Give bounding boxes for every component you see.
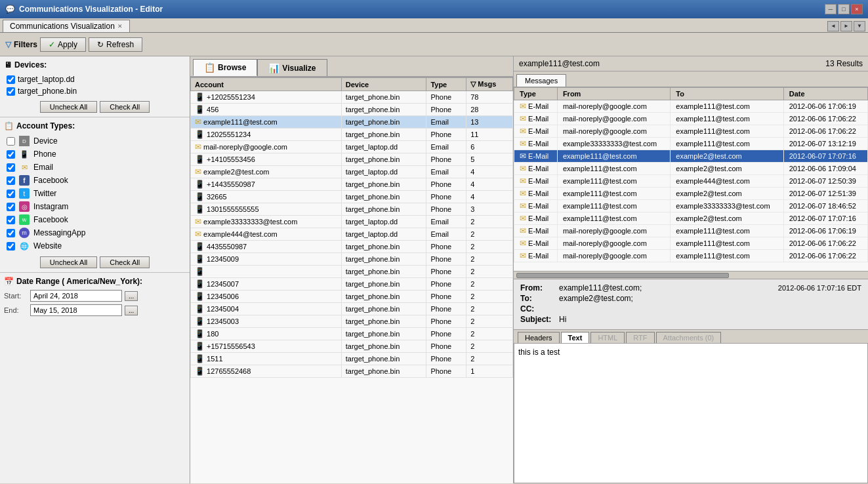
headers-tab[interactable]: Headers [518, 332, 560, 343]
message-row[interactable]: ✉ E-Mail mail-noreply@google.com example… [514, 113, 868, 125]
msg-col-from[interactable]: From [557, 88, 670, 100]
message-row[interactable]: ✉ E-Mail mail-noreply@google.com example… [514, 125, 868, 138]
table-row[interactable]: ✉ example33333333@test.com target_laptop… [191, 216, 513, 228]
html-tab[interactable]: HTML [590, 332, 625, 343]
device-cell: target_phone.bin [341, 241, 426, 253]
type-checkbox-website[interactable] [7, 242, 15, 251]
message-row[interactable]: ✉ E-Mail example111@test.com example2@te… [514, 163, 868, 175]
message-row[interactable]: ✉ E-Mail example33333333@test.com exampl… [514, 138, 868, 150]
table-row[interactable]: 📱 4435550987 target_phone.bin Phone 2 [191, 241, 513, 253]
types-uncheck-all-button[interactable]: Uncheck All [40, 256, 97, 268]
phone-row-icon: 📱 [195, 304, 205, 313]
table-row[interactable]: 📱 12345003 target_phone.bin Phone 2 [191, 315, 513, 328]
col-account[interactable]: Account [191, 78, 342, 91]
attachments-tab[interactable]: Attachments (0) [656, 332, 722, 343]
start-date-browse-button[interactable]: ... [125, 291, 138, 301]
types-check-all-button[interactable]: Check All [100, 256, 150, 268]
to-label: To: [520, 294, 556, 303]
msg-to-cell: example111@test.com [671, 237, 783, 250]
window-controls: ─ □ × [825, 4, 863, 14]
message-row[interactable]: ✉ E-Mail mail-noreply@google.com example… [514, 100, 868, 113]
type-checkbox-whatsapp[interactable] [7, 216, 15, 224]
message-row[interactable]: ✉ E-Mail mail-noreply@google.com example… [514, 237, 868, 250]
tab-close-icon[interactable]: ✕ [117, 23, 123, 30]
minimize-button[interactable]: ─ [825, 4, 837, 14]
msg-type-cell: ✉ E-Mail [514, 212, 558, 225]
email-row-icon: ✉ [195, 142, 201, 151]
table-row[interactable]: ✉ example111@test.com target_phone.bin E… [191, 116, 513, 129]
table-row[interactable]: 📱 +15715556543 target_phone.bin Phone 2 [191, 340, 513, 353]
text-tab[interactable]: Text [561, 332, 590, 343]
col-type[interactable]: Type [426, 78, 466, 91]
msg-date-cell: 2012-06-06 17:06:19 [783, 100, 867, 113]
msgs-cell: 2 [466, 253, 513, 266]
table-row[interactable]: 📱 12345007 target_phone.bin Phone 2 [191, 278, 513, 291]
type-checkbox-device[interactable] [7, 137, 15, 146]
table-row[interactable]: 📱 +14435550987 target_phone.bin Phone 4 [191, 178, 513, 191]
device-cell: target_laptop.dd [341, 216, 426, 228]
table-row[interactable]: 📱 12765552468 target_phone.bin Phone 1 [191, 365, 513, 378]
messages-table-container[interactable]: Type From To Date ✉ E-Mail mail-noreply@… [514, 87, 868, 271]
msg-col-to[interactable]: To [671, 88, 783, 100]
device-checkbox-laptop[interactable] [7, 75, 15, 84]
close-button[interactable]: × [851, 4, 863, 14]
table-row[interactable]: 📱 12345009 target_phone.bin Phone 2 [191, 253, 513, 266]
message-row[interactable]: ✉ E-Mail mail-noreply@google.com example… [514, 225, 868, 237]
col-msgs[interactable]: ▽ Msgs [466, 78, 513, 91]
main-tab[interactable]: Communications Visualization ✕ [3, 20, 130, 32]
table-row[interactable]: 📱 12345004 target_phone.bin Phone 2 [191, 303, 513, 315]
table-row[interactable]: 📱 +12025551234 target_phone.bin Phone 78 [191, 91, 513, 104]
message-detail: From: example111@test.com; 2012-06-06 17… [514, 279, 868, 329]
msg-col-date[interactable]: Date [783, 88, 867, 100]
message-row[interactable]: ✉ E-Mail example111@test.com example444@… [514, 175, 868, 188]
table-row[interactable]: ✉ mail-noreply@google.com target_laptop.… [191, 141, 513, 153]
device-checkbox-phone[interactable] [7, 87, 15, 96]
maximize-button[interactable]: □ [838, 4, 850, 14]
col-device[interactable]: Device [341, 78, 426, 91]
nav-left-button[interactable]: ◄ [827, 21, 839, 31]
msg-col-type[interactable]: Type [514, 88, 558, 100]
type-checkbox-messaging[interactable] [7, 229, 15, 237]
table-row[interactable]: ✉ example444@test.com target_laptop.dd E… [191, 228, 513, 241]
device-cell: target_phone.bin [341, 315, 426, 328]
message-row[interactable]: ✉ E-Mail example111@test.com example2@te… [514, 150, 868, 163]
horizontal-scrollbar[interactable] [514, 271, 868, 279]
end-date-browse-button[interactable]: ... [125, 306, 138, 315]
message-row[interactable]: ✉ E-Mail example111@test.com example3333… [514, 200, 868, 212]
devices-check-all-button[interactable]: Check All [100, 101, 150, 113]
table-row[interactable]: 📱 456 target_phone.bin Phone 28 [191, 104, 513, 116]
start-date-input[interactable] [30, 290, 122, 302]
table-row[interactable]: 📱 12345006 target_phone.bin Phone 2 [191, 291, 513, 303]
table-row[interactable]: 📱 1301555555555 target_phone.bin Phone 3 [191, 203, 513, 216]
app-icon: 💬 [5, 5, 15, 14]
table-row[interactable]: 📱 32665 target_phone.bin Phone 4 [191, 191, 513, 203]
apply-button[interactable]: ✓ Apply [40, 37, 86, 52]
refresh-button[interactable]: ↻ Refresh [89, 37, 142, 52]
table-row[interactable]: 📱 12025551234 target_phone.bin Phone 11 [191, 129, 513, 141]
devices-uncheck-all-button[interactable]: Uncheck All [40, 101, 97, 113]
account-cell: 📱 1511 [191, 353, 342, 365]
message-row[interactable]: ✉ E-Mail example111@test.com example2@te… [514, 212, 868, 225]
browse-tab[interactable]: 📋 Browse [193, 59, 257, 76]
table-row[interactable]: 📱 180 target_phone.bin Phone 2 [191, 328, 513, 340]
table-row[interactable]: 📱 +14105553456 target_phone.bin Phone 5 [191, 153, 513, 166]
table-row[interactable]: ✉ example2@test.com target_laptop.dd Ema… [191, 166, 513, 178]
table-row[interactable]: 📱 1511 target_phone.bin Phone 2 [191, 353, 513, 365]
messages-tab[interactable]: Messages [516, 74, 566, 87]
rtf-tab[interactable]: RTF [626, 332, 654, 343]
msg-type-cell: ✉ E-Mail [514, 200, 558, 212]
type-cell: Phone [426, 253, 466, 266]
end-date-input[interactable] [30, 304, 122, 316]
type-checkbox-phone[interactable] [7, 150, 15, 159]
account-table-container[interactable]: Account Device Type ▽ Msgs 📱 +1202555123… [190, 77, 513, 483]
type-checkbox-facebook[interactable] [7, 176, 15, 185]
type-checkbox-twitter[interactable] [7, 190, 15, 198]
nav-down-button[interactable]: ▼ [854, 21, 865, 31]
message-row[interactable]: ✉ E-Mail mail-noreply@google.com example… [514, 250, 868, 262]
table-row[interactable]: 📱 target_phone.bin Phone 2 [191, 266, 513, 278]
type-checkbox-email[interactable] [7, 163, 15, 172]
nav-right-button[interactable]: ► [840, 21, 852, 31]
message-row[interactable]: ✉ E-Mail example111@test.com example2@te… [514, 188, 868, 200]
visualize-tab[interactable]: 📊 Visualize [257, 59, 327, 76]
type-checkbox-instagram[interactable] [7, 203, 15, 211]
